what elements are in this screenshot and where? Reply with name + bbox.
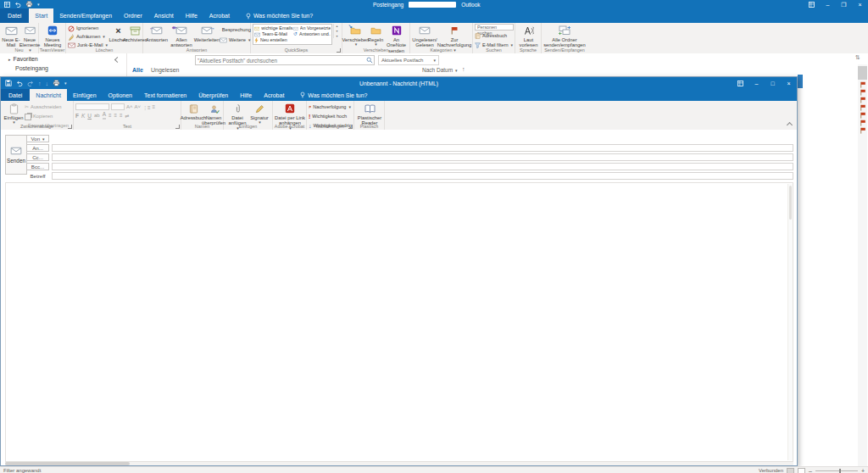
font-name-combobox[interactable] — [75, 103, 109, 110]
cleanup-button[interactable]: Aufräumen▾ — [68, 33, 110, 41]
zoom-slider[interactable] — [815, 470, 858, 471]
follow-up-button[interactable]: Nachverfolgung▾ — [309, 103, 351, 111]
list-scrollbar-thumb[interactable] — [858, 66, 867, 80]
rules-button[interactable]: Regeln▾ — [367, 24, 384, 47]
ignore-button[interactable]: Ignorieren — [68, 25, 110, 32]
quickstep-item[interactable]: ↺ Antworten und... — [293, 31, 331, 37]
send-receive-all-button[interactable]: Alle Ordner senden/empfangen — [543, 24, 586, 48]
close-icon[interactable]: × — [852, 0, 868, 8]
folder-item-inbox[interactable]: Posteingang — [15, 65, 48, 71]
quickstep-item[interactable]: Team-E-Mail — [254, 31, 293, 37]
from-field[interactable] — [52, 135, 793, 142]
quicksteps-scroll[interactable]: ▴ ▾ ▾ — [333, 24, 340, 38]
subject-field[interactable] — [52, 172, 793, 180]
cc-field[interactable] — [52, 153, 793, 161]
quickstep-item[interactable]: An Vorgesetzte(n) — [293, 25, 331, 31]
check-names-button[interactable]: ✓ Namen überprüfen — [203, 102, 224, 126]
cut-button[interactable]: ✂ Ausschneiden — [25, 103, 69, 111]
restore-icon[interactable]: ❐ — [836, 0, 852, 8]
new-email-button[interactable]: Neue E-Mail — [2, 24, 20, 48]
bullet-list-icon[interactable]: ⋮≡ — [142, 104, 151, 110]
message-body[interactable] — [5, 182, 793, 462]
main-tab-start[interactable]: Start — [29, 8, 53, 23]
quickstep-item[interactable]: Neu erstellen — [254, 37, 293, 43]
compose-tab-hilfe[interactable]: Hilfe — [234, 89, 258, 101]
normal-view-icon[interactable] — [787, 468, 794, 473]
reading-view-icon[interactable] — [798, 468, 805, 473]
expand-triangle-icon[interactable]: ▸ — [8, 57, 11, 62]
main-tab-acrobat[interactable]: Acrobat — [203, 8, 236, 23]
compose-tab-acrobat[interactable]: Acrobat — [258, 89, 290, 101]
address-book-button[interactable]: Adressbuch — [183, 102, 203, 120]
font-size-combobox[interactable] — [111, 103, 125, 110]
align-left-icon[interactable]: ≡ — [108, 113, 112, 118]
zoom-slider-thumb[interactable] — [839, 469, 841, 473]
main-tab-datei[interactable]: Datei — [0, 8, 29, 23]
text-dialog-launcher-icon[interactable] — [175, 125, 180, 129]
print-icon[interactable] — [53, 80, 60, 86]
body-vertical-scrollbar[interactable] — [787, 184, 793, 460]
numbered-list-icon[interactable]: ≡ — [153, 104, 156, 109]
compose-tab-nachricht[interactable]: Nachricht — [30, 89, 67, 101]
mail-flag-icon[interactable] — [860, 104, 866, 111]
minimize-icon[interactable]: – — [820, 0, 836, 8]
ribbon-display-options-icon[interactable] — [804, 0, 820, 8]
copy-button[interactable]: Kopieren — [25, 113, 69, 120]
gallery-more-icon[interactable]: ▾ — [336, 34, 337, 38]
save-icon[interactable] — [5, 80, 12, 86]
print-icon[interactable] — [25, 1, 33, 8]
qat-customize-dropdown-icon[interactable]: ▾ — [37, 1, 40, 8]
zoom-in-icon[interactable]: + — [861, 468, 865, 473]
redo-icon[interactable] — [27, 80, 34, 86]
to-field[interactable] — [52, 144, 793, 152]
bcc-field[interactable] — [52, 163, 793, 170]
more-respond-button[interactable]: Weitere▾ — [220, 36, 251, 44]
font-color-icon[interactable]: A — [103, 112, 106, 120]
mail-flag-icon[interactable] — [860, 120, 866, 126]
mail-flag-icon[interactable] — [860, 127, 866, 134]
mail-flag-icon[interactable] — [860, 89, 866, 96]
mail-flag-icon[interactable] — [860, 81, 866, 88]
send-button[interactable]: Senden — [5, 135, 27, 175]
titlebar-search-box[interactable] — [409, 2, 456, 8]
search-scope-dropdown[interactable]: Aktuelles Postfach ▾ — [378, 55, 439, 65]
body-vertical-scrollbar-thumb[interactable] — [789, 186, 792, 220]
main-tab-senden-empfangen[interactable]: Senden/Empfangen — [53, 8, 118, 23]
grow-font-icon[interactable]: A˄ — [126, 104, 133, 109]
cc-button[interactable]: Cc... — [26, 153, 49, 161]
search-icon[interactable] — [366, 57, 373, 64]
qat-customize-dropdown-icon[interactable]: ▾ — [64, 80, 67, 86]
archive-button[interactable]: Archivieren — [126, 24, 144, 42]
collapse-ribbon-icon[interactable] — [787, 122, 793, 128]
collapse-folder-pane-icon[interactable] — [114, 57, 120, 63]
next-item-icon[interactable]: ↓ — [46, 80, 49, 86]
align-center-icon[interactable]: ≡ — [114, 113, 118, 118]
move-button[interactable]: ↘ Verschieben▾ — [344, 24, 367, 47]
previous-item-icon[interactable]: ↑ — [38, 80, 42, 86]
ribbon-display-options-icon[interactable] — [732, 77, 748, 89]
unread-read-button[interactable]: Ungelesen/ Gelesen — [412, 24, 437, 48]
meeting-button[interactable]: Besprechung — [220, 26, 251, 34]
forward-button[interactable]: → Weiterleiten — [194, 24, 220, 42]
reply-all-button[interactable]: ↞ Allen antworten — [169, 24, 194, 48]
scroll-up-icon[interactable]: ▴ — [336, 24, 337, 28]
high-importance-button[interactable]: ! Wichtigkeit hoch — [309, 113, 351, 120]
signature-button[interactable]: Signatur▾ — [249, 102, 270, 125]
main-tab-hilfe[interactable]: Hilfe — [180, 8, 203, 23]
compose-tab-text-formatieren[interactable]: Text formatieren — [138, 89, 192, 101]
indent-icons[interactable]: ⇄ — [125, 113, 130, 119]
main-tell-me[interactable]: Was möchten Sie tun? — [246, 8, 313, 23]
body-horizontal-scrollbar[interactable] — [5, 462, 793, 465]
undo-icon[interactable] — [16, 80, 23, 86]
mail-flag-icon[interactable] — [860, 112, 866, 119]
from-button[interactable]: Von▾ — [26, 135, 49, 142]
list-sort-icon[interactable]: ⇅ — [855, 54, 860, 61]
bold-icon[interactable]: F — [75, 113, 79, 119]
close-icon[interactable]: × — [781, 77, 797, 89]
new-meeting-button[interactable]: Neues Meeting — [41, 24, 64, 48]
read-aloud-button[interactable]: Laut vorlesen — [517, 24, 540, 48]
search-input[interactable] — [195, 55, 375, 65]
italic-icon[interactable]: K — [81, 113, 85, 119]
quickstep-item[interactable]: wichtige Emails... — [254, 25, 293, 31]
highlight-icon[interactable]: ab — [94, 113, 100, 118]
